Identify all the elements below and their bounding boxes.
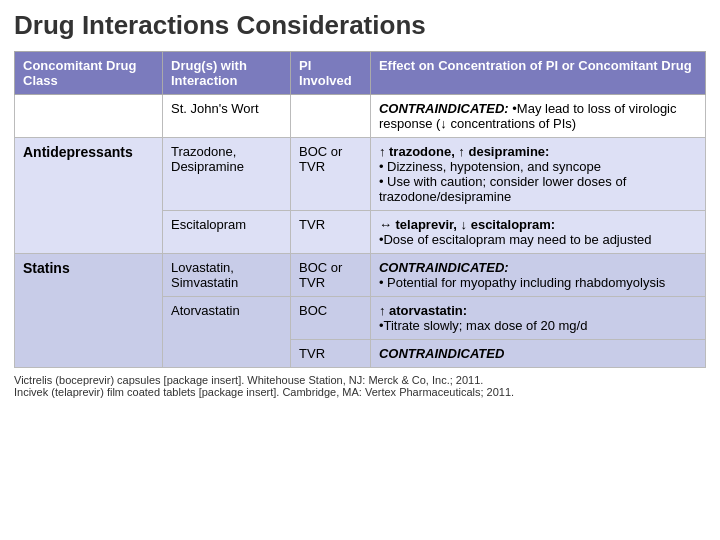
pi-cell: TVR: [291, 340, 371, 368]
drug-name-cell: Atorvastatin: [163, 297, 291, 368]
effect-cell: CONTRAINDICATED: •May lead to loss of vi…: [370, 95, 705, 138]
effect-cell: CONTRAINDICATED:• Potential for myopathy…: [370, 254, 705, 297]
effect-cell: CONTRAINDICATED: [370, 340, 705, 368]
effect-cell: ↑ atorvastatin:•Titrate slowly; max dose…: [370, 297, 705, 340]
table-row: St. John's WortCONTRAINDICATED: •May lea…: [15, 95, 706, 138]
effect-cell: ↑ trazodone, ↑ desipramine:• Dizziness, …: [370, 138, 705, 211]
col-header-effect: Effect on Concentration of PI or Concomi…: [370, 52, 705, 95]
pi-cell: TVR: [291, 211, 371, 254]
page-title: Drug Interactions Considerations: [14, 10, 706, 41]
pi-cell: [291, 95, 371, 138]
drug-class-cell: Statins: [15, 254, 163, 368]
interactions-table: Concomitant Drug Class Drug(s) with Inte…: [14, 51, 706, 368]
drug-class-cell: Antidepressants: [15, 138, 163, 254]
col-header-drug-class: Concomitant Drug Class: [15, 52, 163, 95]
pi-cell: BOC: [291, 297, 371, 340]
drug-name-cell: Trazodone, Desipramine: [163, 138, 291, 211]
pi-cell: BOC or TVR: [291, 138, 371, 211]
drug-name-cell: Escitalopram: [163, 211, 291, 254]
drug-name-cell: Lovastatin, Simvastatin: [163, 254, 291, 297]
footnote-item: Victrelis (boceprevir) capsules [package…: [14, 374, 706, 386]
col-header-pi: PI Involved: [291, 52, 371, 95]
drug-class-cell: [15, 95, 163, 138]
footnotes: Victrelis (boceprevir) capsules [package…: [14, 374, 706, 398]
col-header-drug-interaction: Drug(s) with Interaction: [163, 52, 291, 95]
effect-cell: ↔ telaprevir, ↓ escitalopram:•Dose of es…: [370, 211, 705, 254]
pi-cell: BOC or TVR: [291, 254, 371, 297]
table-row: StatinsLovastatin, SimvastatinBOC or TVR…: [15, 254, 706, 297]
drug-name-cell: St. John's Wort: [163, 95, 291, 138]
table-row: AntidepressantsTrazodone, DesipramineBOC…: [15, 138, 706, 211]
footnote-item: Incivek (telaprevir) film coated tablets…: [14, 386, 706, 398]
